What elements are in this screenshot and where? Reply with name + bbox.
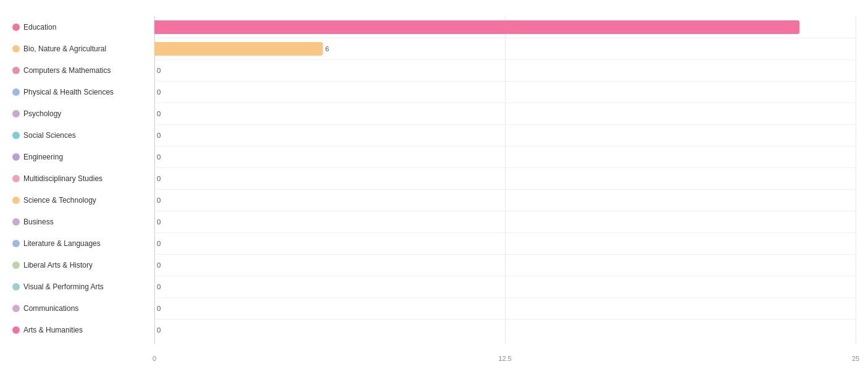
bars-wrapper: Education23Bio, Nature & Agricultural6Co… bbox=[12, 16, 856, 344]
bar-value-label: 0 bbox=[157, 88, 161, 96]
bar-row: Liberal Arts & History0 bbox=[12, 254, 856, 276]
bar-row: Multidisciplinary Studies0 bbox=[12, 167, 856, 189]
bar-track: 0 bbox=[154, 146, 856, 167]
bar-label-text: Education bbox=[23, 23, 56, 32]
bar-value-label: 0 bbox=[157, 67, 161, 74]
bar-track: 0 bbox=[154, 297, 856, 319]
bar-row: Visual & Performing Arts0 bbox=[12, 276, 856, 297]
x-axis: 012.525 bbox=[154, 344, 856, 362]
bar-label: Computers & Mathematics bbox=[12, 66, 154, 75]
bar-label: Multidisciplinary Studies bbox=[12, 174, 154, 183]
bar-dot bbox=[12, 197, 20, 204]
bar-label: Science & Technology bbox=[12, 196, 154, 205]
bar-label-text: Bio, Nature & Agricultural bbox=[23, 45, 106, 53]
bar-row: Arts & Humanities0 bbox=[12, 319, 856, 341]
bar-dot bbox=[12, 261, 20, 269]
bar-label-text: Business bbox=[23, 218, 54, 226]
bar-label: Engineering bbox=[12, 153, 154, 161]
bar-value-label: 0 bbox=[157, 305, 161, 312]
bar-dot bbox=[12, 110, 20, 117]
bar-dot bbox=[12, 132, 20, 139]
bar-row: Bio, Nature & Agricultural6 bbox=[12, 38, 856, 59]
bar-label: Education bbox=[12, 23, 154, 32]
chart-area: Education23Bio, Nature & Agricultural6Co… bbox=[12, 16, 856, 362]
x-tick-label: 25 bbox=[852, 355, 859, 362]
bar-row: Engineering0 bbox=[12, 146, 856, 167]
bar-label: Social Sciences bbox=[12, 131, 154, 140]
bar-label-text: Psychology bbox=[23, 109, 61, 118]
bar-track: 0 bbox=[154, 276, 856, 297]
bar-fill bbox=[154, 42, 323, 56]
bar-label-text: Social Sciences bbox=[23, 131, 76, 140]
bar-track: 0 bbox=[154, 103, 856, 124]
bar-dot bbox=[12, 326, 20, 334]
bar-track: 0 bbox=[154, 59, 856, 81]
bar-dot bbox=[12, 240, 20, 247]
bar-label: Physical & Health Sciences bbox=[12, 88, 154, 96]
bar-label-text: Engineering bbox=[23, 153, 63, 161]
x-tick-label: 12.5 bbox=[498, 355, 511, 362]
bar-label-text: Arts & Humanities bbox=[23, 326, 83, 334]
bar-label: Arts & Humanities bbox=[12, 326, 154, 334]
bar-label-text: Literature & Languages bbox=[23, 239, 101, 248]
bar-dot bbox=[12, 218, 20, 226]
bar-row: Science & Technology0 bbox=[12, 189, 856, 211]
bar-track: 0 bbox=[154, 254, 856, 276]
bar-row: Literature & Languages0 bbox=[12, 232, 856, 254]
bar-dot bbox=[12, 175, 20, 182]
bar-value-label: 0 bbox=[157, 110, 161, 117]
bar-track: 0 bbox=[154, 211, 856, 232]
x-tick-label: 0 bbox=[152, 355, 156, 362]
bar-value-label: 0 bbox=[157, 283, 161, 290]
grid-line bbox=[856, 16, 856, 344]
bar-track: 0 bbox=[154, 167, 856, 189]
bar-track: 23 bbox=[154, 16, 856, 38]
bar-label: Bio, Nature & Agricultural bbox=[12, 45, 154, 53]
bar-row: Education23 bbox=[12, 16, 856, 38]
bar-track: 0 bbox=[154, 124, 856, 146]
bar-row: Psychology0 bbox=[12, 103, 856, 124]
bar-row: Physical & Health Sciences0 bbox=[12, 81, 856, 103]
bar-label-text: Multidisciplinary Studies bbox=[23, 174, 102, 183]
bar-label: Psychology bbox=[12, 109, 154, 118]
bar-value-label: 0 bbox=[157, 326, 161, 334]
bar-label-text: Communications bbox=[23, 304, 78, 313]
bar-track: 6 bbox=[154, 38, 856, 59]
bar-value-label: 6 bbox=[325, 45, 329, 53]
bar-label-text: Physical & Health Sciences bbox=[23, 88, 114, 96]
bar-label: Communications bbox=[12, 304, 154, 313]
bar-dot bbox=[12, 305, 20, 312]
bar-value-label: 0 bbox=[157, 153, 161, 161]
bar-label: Literature & Languages bbox=[12, 239, 154, 248]
bar-row: Computers & Mathematics0 bbox=[12, 59, 856, 81]
chart-container: Education23Bio, Nature & Agricultural6Co… bbox=[0, 0, 868, 390]
bar-fill bbox=[154, 20, 799, 34]
bar-value-label: 23 bbox=[844, 23, 852, 31]
bar-row: Business0 bbox=[12, 211, 856, 232]
bar-label: Liberal Arts & History bbox=[12, 261, 154, 269]
bar-label: Visual & Performing Arts bbox=[12, 282, 154, 291]
bar-label-text: Science & Technology bbox=[23, 196, 96, 205]
bar-dot bbox=[12, 23, 20, 31]
bar-label-text: Visual & Performing Arts bbox=[23, 282, 104, 291]
bar-label-text: Computers & Mathematics bbox=[23, 66, 111, 75]
bar-dot bbox=[12, 45, 20, 53]
bar-value-label: 0 bbox=[157, 175, 161, 182]
bar-dot bbox=[12, 88, 20, 96]
bar-dot bbox=[12, 67, 20, 74]
bar-value-label: 0 bbox=[157, 240, 161, 247]
bar-row: Communications0 bbox=[12, 297, 856, 319]
bar-track: 0 bbox=[154, 81, 856, 103]
bar-value-label: 0 bbox=[157, 132, 161, 139]
bar-dot bbox=[12, 153, 20, 161]
bar-track: 0 bbox=[154, 319, 856, 341]
bar-value-label: 0 bbox=[157, 261, 161, 269]
bar-label: Business bbox=[12, 218, 154, 226]
bar-label-text: Liberal Arts & History bbox=[23, 261, 93, 269]
bar-value-label: 0 bbox=[157, 197, 161, 204]
bar-dot bbox=[12, 283, 20, 290]
bar-value-label: 0 bbox=[157, 218, 161, 226]
bar-row: Social Sciences0 bbox=[12, 124, 856, 146]
bar-track: 0 bbox=[154, 189, 856, 211]
bar-track: 0 bbox=[154, 232, 856, 254]
